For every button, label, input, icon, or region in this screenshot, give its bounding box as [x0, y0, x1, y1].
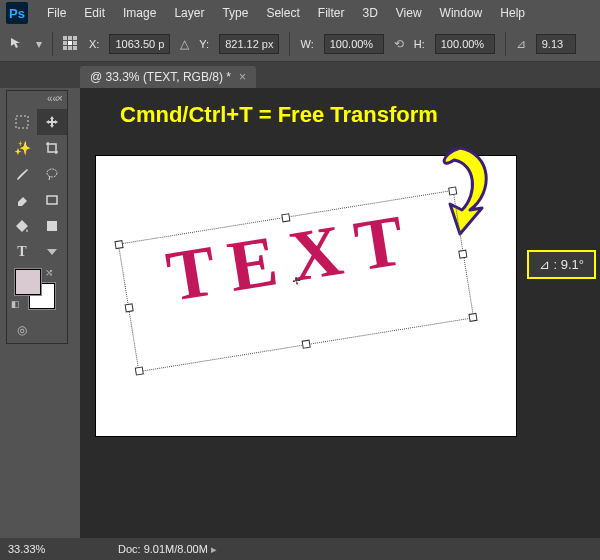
dropdown-tool-icon[interactable] [37, 239, 67, 265]
doc-info[interactable]: Doc: 9.01M/8.00M ▸ [118, 543, 217, 556]
transform-handle-ml[interactable] [125, 303, 134, 312]
zoom-level[interactable]: 33.33% [8, 543, 78, 555]
transform-handle-tl[interactable] [114, 240, 123, 249]
foreground-color-swatch[interactable] [15, 269, 41, 295]
transform-handle-tm[interactable] [281, 213, 290, 222]
w-label: W: [300, 38, 313, 50]
menu-type[interactable]: Type [215, 4, 255, 22]
color-swatches: ⤭ ◧ [7, 265, 67, 317]
move-tool-icon[interactable] [37, 109, 67, 135]
angle-icon: ⊿ [516, 37, 526, 51]
reference-point-grid-icon[interactable] [63, 36, 79, 52]
artboard[interactable]: TEXT ✢ [96, 156, 516, 436]
close-panel-icon[interactable]: × [57, 92, 63, 104]
tools-panel[interactable]: «« × ✨ [6, 90, 68, 344]
lasso-tool-icon[interactable] [37, 161, 67, 187]
angle-field[interactable]: 9.13 [536, 34, 576, 54]
menu-filter[interactable]: Filter [311, 4, 352, 22]
eraser-tool-icon[interactable] [7, 187, 37, 213]
transform-handle-bm[interactable] [302, 340, 311, 349]
svg-rect-0 [16, 116, 28, 128]
menu-view[interactable]: View [389, 4, 429, 22]
y-field[interactable]: 821.12 px [219, 34, 279, 54]
menu-layer[interactable]: Layer [167, 4, 211, 22]
transform-center-icon[interactable]: ✢ [290, 275, 301, 286]
rectangle-tool-icon[interactable] [37, 187, 67, 213]
menu-select[interactable]: Select [259, 4, 306, 22]
document-tab-title: @ 33.3% (TEXT, RGB/8) * [90, 70, 231, 84]
menu-file[interactable]: File [40, 4, 73, 22]
tools-panel-header[interactable]: «« × [7, 91, 67, 109]
transform-handle-mr[interactable] [458, 250, 467, 259]
tutorial-annotation: Cmnd/Ctrl+T = Free Transform [120, 102, 438, 128]
transform-bounding-box[interactable]: ✢ [118, 190, 474, 372]
crop-tool-icon[interactable] [37, 135, 67, 161]
app-window: Ps File Edit Image Layer Type Select Fil… [0, 0, 600, 560]
h-field[interactable]: 100.00% [435, 34, 495, 54]
doc-info-text: Doc: 9.01M/8.00M [118, 543, 208, 555]
separator [289, 32, 290, 56]
menu-3d[interactable]: 3D [355, 4, 384, 22]
close-tab-icon[interactable]: × [239, 70, 246, 84]
document-tabs: @ 33.3% (TEXT, RGB/8) * × [0, 62, 600, 88]
type-tool-icon[interactable]: T [7, 239, 37, 265]
swap-colors-icon[interactable]: ⤭ [45, 267, 53, 278]
brush-tool-icon[interactable] [7, 161, 37, 187]
app-logo: Ps [6, 2, 28, 24]
move-tool-icon[interactable] [8, 35, 26, 53]
swap-xy-icon[interactable]: △ [180, 37, 189, 51]
menu-window[interactable]: Window [433, 4, 490, 22]
separator [52, 32, 53, 56]
y-label: Y: [199, 38, 209, 50]
marquee-tool-icon[interactable] [7, 109, 37, 135]
status-bar: 33.33% Doc: 9.01M/8.00M ▸ [0, 538, 600, 560]
menu-bar: Ps File Edit Image Layer Type Select Fil… [0, 0, 600, 26]
doc-info-dropdown-icon[interactable]: ▸ [211, 543, 217, 555]
tools-panel-footer: ◎ [7, 317, 67, 343]
options-bar: ▾ X: 1063.50 p △ Y: 821.12 px W: 100.00%… [0, 26, 600, 62]
menu-image[interactable]: Image [116, 4, 163, 22]
tools-grid: ✨ T [7, 109, 67, 265]
transform-handle-br[interactable] [468, 313, 477, 322]
h-label: H: [414, 38, 425, 50]
link-wh-icon[interactable]: ⟲ [394, 37, 404, 51]
shape-tool-icon[interactable] [37, 213, 67, 239]
x-field[interactable]: 1063.50 p [109, 34, 170, 54]
quick-mask-icon[interactable]: ◎ [7, 317, 37, 343]
menu-help[interactable]: Help [493, 4, 532, 22]
w-field[interactable]: 100.00% [324, 34, 384, 54]
document-tab[interactable]: @ 33.3% (TEXT, RGB/8) * × [80, 66, 256, 88]
rotation-angle-tooltip: ⊿ : 9.1° [527, 250, 596, 279]
menu-edit[interactable]: Edit [77, 4, 112, 22]
tool-preset-dropdown-icon[interactable]: ▾ [36, 37, 42, 51]
default-colors-icon[interactable]: ◧ [11, 299, 20, 309]
free-transform-layer[interactable]: TEXT ✢ [118, 190, 474, 372]
svg-point-1 [47, 169, 57, 177]
svg-rect-3 [47, 221, 57, 231]
transform-handle-bl[interactable] [135, 366, 144, 375]
magic-wand-tool-icon[interactable]: ✨ [7, 135, 37, 161]
canvas-area: TEXT ✢ [80, 88, 600, 538]
svg-rect-2 [47, 196, 57, 204]
transform-handle-tr[interactable] [448, 186, 457, 195]
x-label: X: [89, 38, 99, 50]
paint-bucket-tool-icon[interactable] [7, 213, 37, 239]
separator [505, 32, 506, 56]
